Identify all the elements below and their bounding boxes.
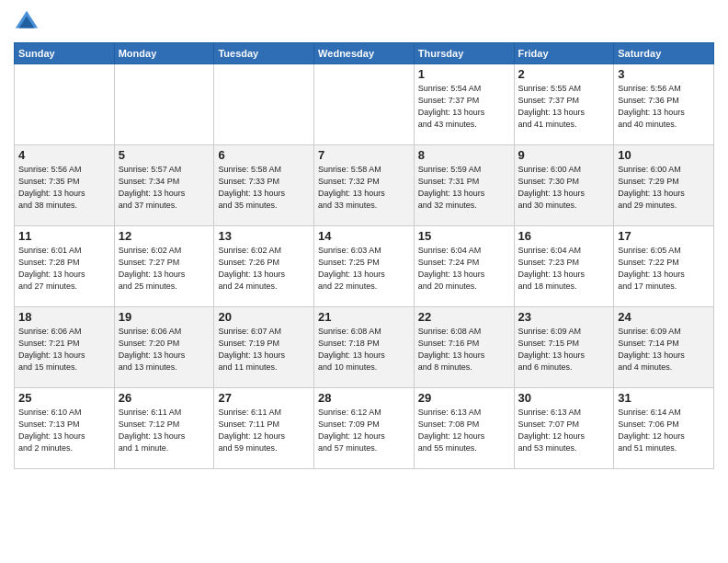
day-number: 6 [218, 148, 310, 162]
day-cell: 5Sunrise: 5:57 AM Sunset: 7:34 PM Daylig… [114, 145, 214, 226]
day-number: 2 [518, 67, 610, 81]
day-cell: 26Sunrise: 6:11 AM Sunset: 7:12 PM Dayli… [114, 388, 214, 469]
day-cell: 25Sunrise: 6:10 AM Sunset: 7:13 PM Dayli… [15, 388, 115, 469]
day-info: Sunrise: 6:11 AM Sunset: 7:12 PM Dayligh… [119, 407, 210, 454]
day-cell: 6Sunrise: 5:58 AM Sunset: 7:33 PM Daylig… [214, 145, 314, 226]
day-cell [214, 64, 314, 145]
day-number: 4 [18, 148, 110, 162]
day-number: 10 [618, 148, 710, 162]
day-cell: 31Sunrise: 6:14 AM Sunset: 7:06 PM Dayli… [614, 388, 714, 469]
day-cell: 16Sunrise: 6:04 AM Sunset: 7:23 PM Dayli… [514, 226, 614, 307]
day-cell: 12Sunrise: 6:02 AM Sunset: 7:27 PM Dayli… [114, 226, 214, 307]
day-cell: 18Sunrise: 6:06 AM Sunset: 7:21 PM Dayli… [15, 307, 115, 388]
day-number: 28 [318, 391, 410, 405]
week-row-2: 4Sunrise: 5:56 AM Sunset: 7:35 PM Daylig… [15, 145, 714, 226]
day-info: Sunrise: 6:08 AM Sunset: 7:16 PM Dayligh… [418, 326, 510, 373]
week-row-3: 11Sunrise: 6:01 AM Sunset: 7:28 PM Dayli… [15, 226, 714, 307]
header-cell-tuesday: Tuesday [214, 43, 314, 64]
logo [14, 9, 43, 35]
day-number: 12 [119, 229, 210, 243]
day-cell: 20Sunrise: 6:07 AM Sunset: 7:19 PM Dayli… [214, 307, 314, 388]
day-number: 26 [119, 391, 210, 405]
day-info: Sunrise: 5:54 AM Sunset: 7:37 PM Dayligh… [418, 83, 510, 131]
day-number: 13 [218, 229, 310, 243]
day-cell: 11Sunrise: 6:01 AM Sunset: 7:28 PM Dayli… [15, 226, 115, 307]
week-row-1: 1Sunrise: 5:54 AM Sunset: 7:37 PM Daylig… [15, 64, 714, 145]
day-number: 30 [518, 391, 610, 405]
day-info: Sunrise: 6:09 AM Sunset: 7:15 PM Dayligh… [518, 326, 610, 373]
header-cell-thursday: Thursday [414, 43, 514, 64]
day-info: Sunrise: 5:55 AM Sunset: 7:37 PM Dayligh… [518, 83, 610, 131]
day-number: 24 [618, 310, 710, 324]
day-cell: 27Sunrise: 6:11 AM Sunset: 7:11 PM Dayli… [214, 388, 314, 469]
day-cell: 17Sunrise: 6:05 AM Sunset: 7:22 PM Dayli… [614, 226, 714, 307]
day-number: 11 [18, 229, 110, 243]
day-info: Sunrise: 6:14 AM Sunset: 7:06 PM Dayligh… [618, 407, 710, 454]
day-cell: 19Sunrise: 6:06 AM Sunset: 7:20 PM Dayli… [114, 307, 214, 388]
day-cell: 9Sunrise: 6:00 AM Sunset: 7:30 PM Daylig… [514, 145, 614, 226]
day-cell: 22Sunrise: 6:08 AM Sunset: 7:16 PM Dayli… [414, 307, 514, 388]
day-info: Sunrise: 5:56 AM Sunset: 7:36 PM Dayligh… [618, 83, 710, 131]
day-cell: 2Sunrise: 5:55 AM Sunset: 7:37 PM Daylig… [514, 64, 614, 145]
day-cell: 29Sunrise: 6:13 AM Sunset: 7:08 PM Dayli… [414, 388, 514, 469]
day-cell: 8Sunrise: 5:59 AM Sunset: 7:31 PM Daylig… [414, 145, 514, 226]
calendar-header: SundayMondayTuesdayWednesdayThursdayFrid… [15, 43, 714, 64]
day-number: 19 [119, 310, 210, 324]
day-number: 16 [518, 229, 610, 243]
calendar-table: SundayMondayTuesdayWednesdayThursdayFrid… [14, 42, 714, 469]
day-info: Sunrise: 6:10 AM Sunset: 7:13 PM Dayligh… [18, 407, 110, 454]
logo-icon [14, 9, 40, 35]
day-cell: 24Sunrise: 6:09 AM Sunset: 7:14 PM Dayli… [614, 307, 714, 388]
day-cell: 21Sunrise: 6:08 AM Sunset: 7:18 PM Dayli… [314, 307, 415, 388]
day-info: Sunrise: 6:01 AM Sunset: 7:28 PM Dayligh… [18, 245, 110, 293]
day-info: Sunrise: 6:03 AM Sunset: 7:25 PM Dayligh… [318, 245, 410, 293]
day-number: 22 [418, 310, 510, 324]
day-info: Sunrise: 6:02 AM Sunset: 7:27 PM Dayligh… [119, 245, 210, 293]
day-cell: 15Sunrise: 6:04 AM Sunset: 7:24 PM Dayli… [414, 226, 514, 307]
day-info: Sunrise: 6:06 AM Sunset: 7:21 PM Dayligh… [18, 326, 110, 373]
day-info: Sunrise: 5:58 AM Sunset: 7:33 PM Dayligh… [218, 164, 310, 212]
day-number: 7 [318, 148, 410, 162]
header-row: SundayMondayTuesdayWednesdayThursdayFrid… [15, 43, 714, 64]
day-number: 14 [318, 229, 410, 243]
day-cell: 10Sunrise: 6:00 AM Sunset: 7:29 PM Dayli… [614, 145, 714, 226]
day-cell [314, 64, 415, 145]
day-number: 18 [18, 310, 110, 324]
day-cell: 28Sunrise: 6:12 AM Sunset: 7:09 PM Dayli… [314, 388, 415, 469]
day-number: 21 [318, 310, 410, 324]
day-info: Sunrise: 6:08 AM Sunset: 7:18 PM Dayligh… [318, 326, 410, 373]
day-cell: 1Sunrise: 5:54 AM Sunset: 7:37 PM Daylig… [414, 64, 514, 145]
calendar-body: 1Sunrise: 5:54 AM Sunset: 7:37 PM Daylig… [15, 64, 714, 469]
day-cell: 3Sunrise: 5:56 AM Sunset: 7:36 PM Daylig… [614, 64, 714, 145]
day-cell: 23Sunrise: 6:09 AM Sunset: 7:15 PM Dayli… [514, 307, 614, 388]
day-info: Sunrise: 6:09 AM Sunset: 7:14 PM Dayligh… [618, 326, 710, 373]
day-info: Sunrise: 6:07 AM Sunset: 7:19 PM Dayligh… [218, 326, 310, 373]
header-cell-wednesday: Wednesday [314, 43, 415, 64]
day-cell: 13Sunrise: 6:02 AM Sunset: 7:26 PM Dayli… [214, 226, 314, 307]
header-cell-friday: Friday [514, 43, 614, 64]
header-cell-monday: Monday [114, 43, 214, 64]
day-number: 25 [18, 391, 110, 405]
day-number: 17 [618, 229, 710, 243]
day-number: 1 [418, 67, 510, 81]
day-number: 3 [618, 67, 710, 81]
day-number: 9 [518, 148, 610, 162]
week-row-5: 25Sunrise: 6:10 AM Sunset: 7:13 PM Dayli… [15, 388, 714, 469]
day-info: Sunrise: 6:06 AM Sunset: 7:20 PM Dayligh… [119, 326, 210, 373]
day-info: Sunrise: 5:57 AM Sunset: 7:34 PM Dayligh… [119, 164, 210, 212]
day-info: Sunrise: 6:02 AM Sunset: 7:26 PM Dayligh… [218, 245, 310, 293]
day-info: Sunrise: 6:04 AM Sunset: 7:23 PM Dayligh… [518, 245, 610, 293]
day-number: 8 [418, 148, 510, 162]
day-info: Sunrise: 5:59 AM Sunset: 7:31 PM Dayligh… [418, 164, 510, 212]
day-info: Sunrise: 6:12 AM Sunset: 7:09 PM Dayligh… [318, 407, 410, 454]
day-info: Sunrise: 6:04 AM Sunset: 7:24 PM Dayligh… [418, 245, 510, 293]
day-info: Sunrise: 6:13 AM Sunset: 7:08 PM Dayligh… [418, 407, 510, 454]
day-info: Sunrise: 5:58 AM Sunset: 7:32 PM Dayligh… [318, 164, 410, 212]
day-cell: 30Sunrise: 6:13 AM Sunset: 7:07 PM Dayli… [514, 388, 614, 469]
day-info: Sunrise: 6:11 AM Sunset: 7:11 PM Dayligh… [218, 407, 310, 454]
day-number: 23 [518, 310, 610, 324]
header [14, 9, 714, 35]
day-cell [15, 64, 115, 145]
day-cell [114, 64, 214, 145]
day-cell: 7Sunrise: 5:58 AM Sunset: 7:32 PM Daylig… [314, 145, 415, 226]
